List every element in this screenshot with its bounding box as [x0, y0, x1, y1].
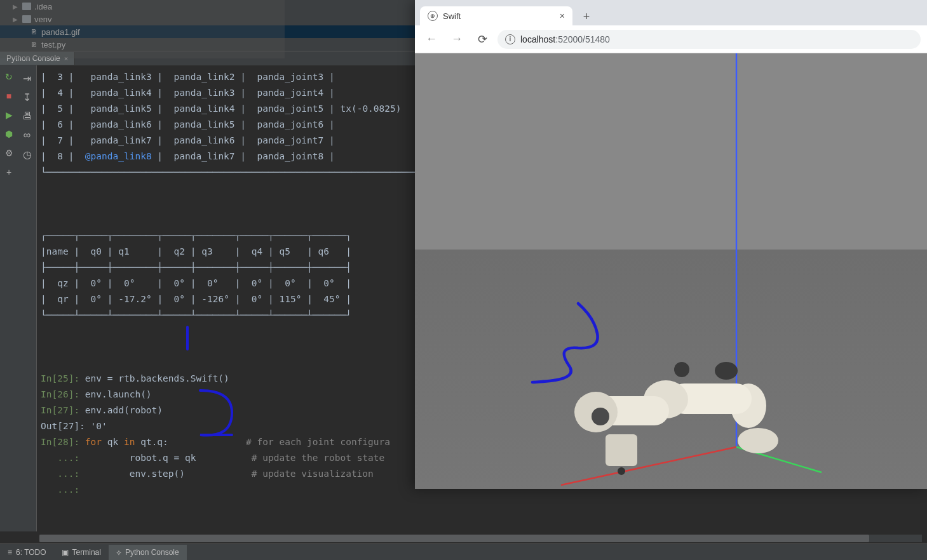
- back-button[interactable]: ←: [421, 29, 442, 50]
- folder-icon: [22, 3, 31, 10]
- tab-terminal[interactable]: ▣ Terminal: [54, 545, 109, 560]
- print-icon[interactable]: 🖶: [21, 110, 34, 123]
- horizontal-scrollbar[interactable]: [39, 535, 922, 542]
- tree-item-label: venv: [34, 15, 51, 24]
- stop-icon[interactable]: ■: [4, 91, 14, 101]
- address-bar[interactable]: i localhost:52000/51480: [497, 30, 921, 49]
- url-host: localhost: [520, 34, 555, 44]
- scroll-icon[interactable]: ↧: [21, 91, 34, 103]
- svg-rect-7: [606, 434, 637, 466]
- info-icon[interactable]: ∞: [21, 129, 34, 142]
- globe-icon: ⊕: [428, 11, 438, 21]
- 3d-scene: [415, 53, 927, 489]
- svg-point-9: [715, 362, 738, 380]
- svg-point-10: [674, 362, 689, 377]
- python-icon: ⟡: [116, 548, 121, 557]
- svg-point-0: [738, 428, 778, 453]
- tab-label: Terminal: [72, 548, 101, 557]
- file-icon: 🖹: [29, 27, 38, 36]
- folder-icon: [22, 15, 31, 23]
- bottom-tool-tabs: ≡ 6: TODO ▣ Terminal ⟡ Python Console: [0, 543, 927, 560]
- tree-item-label: test.py: [41, 40, 65, 50]
- tree-item-label: .idea: [34, 2, 52, 11]
- robot-arm: [574, 362, 778, 475]
- blank-line: [38, 514, 927, 530]
- tab-python-console[interactable]: ⟡ Python Console: [109, 545, 187, 560]
- scrollbar-thumb[interactable]: [39, 535, 869, 542]
- tab-label: 6: TODO: [16, 548, 46, 557]
- chevron-right-icon: ▶: [13, 16, 19, 22]
- tab-label: Python Console: [6, 54, 60, 63]
- svg-point-6: [592, 408, 609, 425]
- gutter-toolbar: ↻ ■ ▶ ⬢ ⚙ +: [0, 65, 18, 531]
- console-toolbar: ⇥ ↧ 🖶 ∞ ◷: [18, 65, 37, 531]
- play-icon[interactable]: ▶: [4, 110, 14, 120]
- rerun-icon[interactable]: ↻: [4, 72, 14, 82]
- file-icon: 🖹: [29, 40, 38, 49]
- chevron-right-icon: ▶: [13, 3, 19, 10]
- wrap-icon[interactable]: ⇥: [21, 72, 34, 84]
- swift-3d-viewport[interactable]: [415, 53, 927, 489]
- browser-toolbar: ← → ⟳ i localhost:52000/51480: [415, 25, 927, 53]
- tab-title: Swift: [443, 11, 461, 21]
- browser-tab-strip: ⊕ Swift × +: [415, 0, 927, 25]
- x-axis: [561, 447, 736, 485]
- settings-icon[interactable]: ⚙: [4, 148, 14, 158]
- forward-button[interactable]: →: [447, 29, 467, 50]
- reload-button[interactable]: ⟳: [472, 29, 492, 50]
- browser-window: ⊕ Swift × + ← → ⟳ i localhost:52000/5148…: [415, 0, 927, 489]
- close-icon[interactable]: ×: [64, 55, 68, 62]
- close-icon[interactable]: ×: [560, 11, 565, 21]
- code-line: In[29]:: [38, 530, 927, 531]
- tree-item-label: panda1.gif: [41, 27, 80, 37]
- python-console-tab[interactable]: Python Console ×: [0, 52, 75, 65]
- tab-label: Python Console: [125, 548, 179, 557]
- url-path: :52000/51480: [555, 34, 610, 44]
- info-icon[interactable]: i: [505, 34, 515, 44]
- debug-icon[interactable]: ⬢: [4, 129, 14, 139]
- tab-todo[interactable]: ≡ 6: TODO: [0, 545, 54, 560]
- history-icon[interactable]: ◷: [21, 148, 34, 161]
- new-tab-button[interactable]: +: [578, 8, 595, 25]
- list-icon: ≡: [8, 548, 12, 557]
- svg-point-8: [618, 467, 625, 475]
- terminal-icon: ▣: [62, 548, 69, 557]
- add-icon[interactable]: +: [4, 167, 14, 177]
- browser-tab-swift[interactable]: ⊕ Swift ×: [420, 6, 572, 25]
